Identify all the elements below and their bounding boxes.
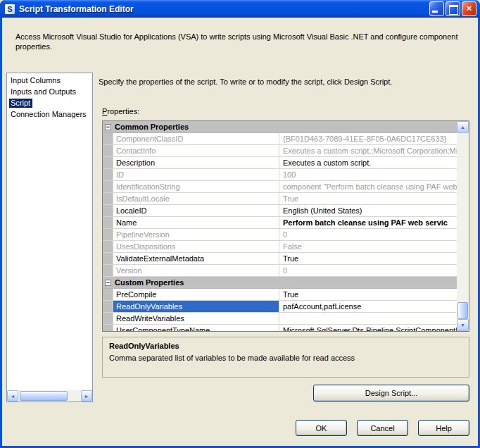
titlebar[interactable]: S Script Transformation Editor ×	[0, 0, 480, 18]
property-value[interactable]: True	[279, 253, 457, 264]
property-name[interactable]: PreCompile	[113, 289, 279, 300]
property-row: IsDefaultLocaleTrue	[103, 193, 457, 205]
row-indent-strip	[103, 265, 113, 276]
property-value[interactable]: True	[279, 289, 457, 300]
properties-label-rest: roperties:	[107, 107, 139, 116]
property-value[interactable]: 0	[279, 265, 457, 276]
help-title: ReadOnlyVariables	[109, 342, 462, 350]
row-indent-strip	[103, 157, 113, 168]
cancel-button[interactable]: Cancel	[357, 420, 408, 436]
scroll-left-button[interactable]: ◄	[7, 390, 18, 402]
listbox-hscrollbar[interactable]: ◄ ►	[7, 390, 92, 402]
pages-list: Input Columns Inputs and Outputs Script …	[7, 73, 92, 121]
property-row: NamePerform batch cleanse using PAF web …	[103, 217, 457, 229]
design-script-button[interactable]: Design Script...	[313, 385, 469, 402]
property-row: PipelineVersion0	[103, 229, 457, 241]
property-value[interactable]: Executes a custom script.;Microsoft Corp…	[279, 145, 457, 156]
collapse-icon[interactable]: −	[105, 124, 111, 130]
property-group-custom[interactable]: − Custom Properties	[103, 277, 457, 289]
vscroll-thumb[interactable]	[457, 302, 468, 319]
property-help-panel: ReadOnlyVariables Comma separated list o…	[102, 337, 469, 378]
property-value[interactable]: pafAccount,pafLicense	[279, 301, 457, 312]
hscroll-track[interactable]	[18, 390, 81, 402]
grid-vscrollbar[interactable]: ▲ ▼	[457, 121, 469, 331]
property-row: PreCompileTrue	[103, 289, 457, 301]
pages-listbox[interactable]: Input Columns Inputs and Outputs Script …	[6, 73, 93, 402]
close-button[interactable]: ×	[462, 1, 476, 16]
property-row: LocaleIDEnglish (United States)	[103, 205, 457, 217]
sidebar-item-input-columns[interactable]: Input Columns	[8, 75, 91, 86]
property-name[interactable]: ValidateExternalMetadata	[113, 253, 279, 264]
sidebar-item-connection-managers[interactable]: Connection Managers	[8, 108, 91, 120]
row-indent-strip	[103, 217, 113, 228]
property-row: Version0	[103, 265, 457, 277]
row-indent-strip	[103, 289, 113, 300]
row-indent-strip	[103, 241, 113, 252]
property-value[interactable]: Perform batch cleanse using PAF web serv…	[279, 217, 457, 228]
property-name[interactable]: ID	[113, 169, 279, 180]
property-name[interactable]: ComponentClassID	[113, 133, 279, 144]
property-value[interactable]: Microsoft.SqlServer.Dts.Pipeline.ScriptC…	[279, 325, 457, 331]
property-name[interactable]: Description	[113, 157, 279, 168]
property-name[interactable]: PipelineVersion	[113, 229, 279, 240]
property-value[interactable]: 100	[279, 169, 457, 180]
property-value[interactable]: Executes a custom script.	[279, 157, 457, 168]
property-row-selected: ReadOnlyVariablespafAccount,pafLicense	[103, 301, 457, 313]
scroll-right-button[interactable]: ►	[81, 390, 92, 402]
property-value[interactable]: {BF01D463-7089-41EE-8F05-0A6DC17CE633}	[279, 133, 457, 144]
row-indent-strip	[103, 169, 113, 180]
property-value[interactable]: 0	[279, 229, 457, 240]
arrow-left-icon: ◄	[11, 394, 15, 399]
property-name[interactable]: Version	[113, 265, 279, 276]
maximize-button[interactable]	[446, 1, 460, 16]
vscroll-track[interactable]	[457, 133, 469, 319]
help-button[interactable]: Help	[418, 420, 469, 436]
property-value[interactable]: English (United States)	[279, 205, 457, 216]
row-indent-strip	[103, 301, 113, 312]
window-icon: S	[4, 4, 15, 15]
properties-label: Properties:	[102, 107, 139, 116]
property-row: ComponentClassID{BF01D463-7089-41EE-8F05…	[103, 133, 457, 145]
arrow-down-icon: ▼	[460, 323, 465, 328]
property-name[interactable]: UserComponentTypeName	[113, 325, 279, 331]
property-name[interactable]: LocaleID	[113, 205, 279, 216]
row-indent-strip	[103, 133, 113, 144]
property-name[interactable]: ReadOnlyVariables	[113, 301, 279, 312]
property-name[interactable]: Name	[113, 217, 279, 228]
collapse-icon[interactable]: −	[105, 280, 111, 286]
property-value[interactable]	[279, 313, 457, 324]
property-value[interactable]: component "Perform batch cleanse using P…	[279, 181, 457, 192]
hscroll-thumb[interactable]	[20, 391, 68, 401]
scroll-down-button[interactable]: ▼	[457, 319, 469, 331]
property-name[interactable]: IsDefaultLocale	[113, 193, 279, 204]
property-value[interactable]: False	[279, 241, 457, 252]
property-grid[interactable]: − Common Properties ComponentClassID{BF0…	[102, 120, 469, 332]
property-row: ID100	[103, 169, 457, 181]
minimize-button[interactable]	[429, 1, 444, 16]
property-row: UserComponentTypeNameMicrosoft.SqlServer…	[103, 325, 457, 331]
property-value[interactable]: True	[279, 193, 457, 204]
property-name[interactable]: UsesDispositions	[113, 241, 279, 252]
property-name[interactable]: IdentificationString	[113, 181, 279, 192]
ok-button[interactable]: OK	[296, 420, 347, 436]
sidebar-item-label: Connection Managers	[9, 110, 89, 119]
sidebar-item-label: Input Columns	[9, 76, 63, 85]
window-title: Script Transformation Editor	[19, 4, 428, 14]
script-instruction: Specify the properties of the script. To…	[99, 77, 470, 86]
property-group-common[interactable]: − Common Properties	[103, 121, 457, 133]
row-indent-strip	[103, 181, 113, 192]
row-indent-strip	[103, 253, 113, 264]
sidebar-item-script[interactable]: Script	[8, 97, 91, 108]
property-row: DescriptionExecutes a custom script.	[103, 157, 457, 169]
row-indent-strip	[103, 145, 113, 156]
row-indent-strip	[103, 313, 113, 324]
sidebar-item-label: Inputs and Outputs	[9, 87, 78, 97]
group-label: Common Properties	[115, 123, 189, 131]
scroll-up-button[interactable]: ▲	[457, 121, 469, 133]
help-text: Comma separated list of variables to be …	[109, 354, 462, 362]
sidebar-item-label: Script	[9, 99, 32, 108]
property-name[interactable]: ReadWriteVariables	[113, 313, 279, 324]
sidebar-item-inputs-and-outputs[interactable]: Inputs and Outputs	[8, 86, 91, 97]
property-name[interactable]: ContactInfo	[113, 145, 279, 156]
arrow-up-icon: ▲	[460, 125, 465, 130]
